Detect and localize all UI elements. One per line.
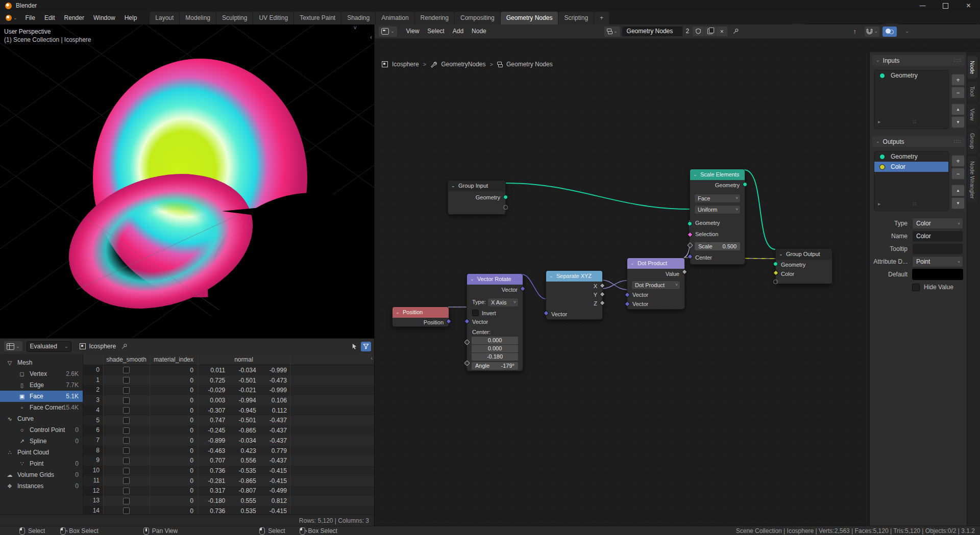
inputs-panel-header[interactable]: ⌄ Inputs ∷∷ [872,55,965,66]
collapse-icon[interactable]: ⌄ [549,271,553,282]
shade-smooth-checkbox[interactable] [123,468,130,474]
node-scale-elements[interactable]: ⌄Scale Elements Geometry Face˅ Uniform˅ … [690,169,745,265]
remove-output-button[interactable]: − [951,168,965,180]
menu-item[interactable]: View [402,24,424,38]
dataset-row[interactable]: ∵ Point 0 [0,458,83,469]
shade-smooth-checkbox[interactable] [123,447,130,454]
viewport-3d[interactable]: User Perspective (1) Scene Collection | … [0,24,374,338]
workspace-tab[interactable]: Texture Paint [294,12,341,24]
workspace-tab[interactable]: + [594,12,609,24]
shade-smooth-checkbox[interactable] [123,477,130,484]
panel-grip-icon[interactable]: ∷∷ [953,58,961,63]
dataset-row[interactable]: ▽ Mesh [0,357,83,368]
dataset-row[interactable]: ▣ Face 5.1K [0,391,83,402]
node-canvas[interactable]: Icosphere > GeometryNodes > Geometry Nod… [375,38,980,526]
menu-item[interactable]: Render [60,11,89,24]
menu-item[interactable]: Edit [40,11,60,24]
rotate-type-select[interactable]: X Axis˅ [487,298,519,307]
dataset-row[interactable]: ▯ Edge 7.7K [0,379,83,391]
workspace-tab[interactable]: Scripting [558,12,594,24]
menu-item[interactable]: Node [468,24,491,38]
socket-geometry-output[interactable] [743,182,747,187]
shade-smooth-checkbox[interactable] [123,397,130,404]
list-grip-icon[interactable]: ∷ [913,119,916,124]
move-input-down-button[interactable]: ▼ [951,116,965,128]
dataset-row[interactable]: ∿ Curve [0,413,83,424]
dataset-row[interactable]: ○ Control Point 0 [0,424,83,436]
angle-field[interactable]: Angle-179° [471,362,519,370]
node-tree-name-field[interactable]: Geometry Nodes [622,27,682,36]
sidebar-tab[interactable]: Group [967,129,977,154]
hide-value-checkbox[interactable] [912,284,920,291]
workspace-tab[interactable]: Rendering [415,12,454,24]
menu-item[interactable]: File [21,11,40,24]
socket-geometry-output[interactable] [503,195,508,199]
list-item[interactable]: Geometry [874,151,948,162]
node-tree-users-count[interactable]: 2 [683,27,693,36]
remove-input-button[interactable]: − [951,87,965,98]
dataset-row[interactable]: ↗ Spline 0 [0,436,83,447]
workspace-tab[interactable]: Geometry Nodes [501,12,558,24]
dataset-row[interactable]: ☁ Volume Grids 0 [0,469,83,480]
shade-smooth-checkbox[interactable] [123,367,130,373]
shade-smooth-checkbox[interactable] [123,377,130,384]
column-header-material-index[interactable]: material_index [150,356,198,363]
blender-app-menu[interactable]: ⌄ [0,11,21,24]
dataset-row[interactable]: ❖ Instances 0 [0,480,83,492]
center-z-field[interactable]: -0.180 [471,352,519,361]
shade-smooth-checkbox[interactable] [123,387,130,394]
shade-smooth-checkbox[interactable] [123,427,130,434]
node-tree-browse-button[interactable]: ⌄ [604,27,620,37]
shade-smooth-checkbox[interactable] [123,507,130,514]
overlays-dropdown-button[interactable]: ⌄ [900,27,914,37]
column-header-shade-smooth[interactable]: shade_smooth [103,356,150,363]
column-header-normal[interactable]: normal [198,356,290,363]
list-item[interactable]: Color [874,162,948,172]
snapping-button[interactable]: ⌄ [865,27,879,37]
socket-geometry-input[interactable] [773,262,778,266]
filter-button[interactable] [361,342,371,351]
viewport-sidebar-collapse-icon[interactable]: ‹ [370,34,372,41]
menu-item[interactable]: Help [120,11,142,24]
socket-geometry-input[interactable] [688,221,692,226]
collapse-icon[interactable]: ⌄ [470,274,474,285]
node-group-input[interactable]: ⌄Group Input Geometry [448,180,506,215]
evaluation-mode-select[interactable]: Evaluated ⌄ [27,341,72,352]
tooltip-field[interactable] [912,243,963,254]
dataset-row[interactable]: ◻ Vertex 2.6K [0,368,83,379]
dataset-row[interactable]: ∴ Point Cloud [0,447,83,458]
list-expand-icon[interactable]: ▸ [878,119,880,124]
list-expand-icon[interactable]: ▸ [878,201,880,207]
node-dot-product[interactable]: ⌄Dot Product Value Dot Product˅ Vector V… [627,258,685,310]
shade-smooth-checkbox[interactable] [123,437,130,444]
attribute-domain-select[interactable]: Point˅ [912,256,963,267]
scale-value-field[interactable]: Scale0.500 [694,242,741,251]
move-output-down-button[interactable]: ▼ [951,197,965,209]
workspace-tab[interactable]: UV Editing [253,12,293,24]
node-position[interactable]: ⌄Position Position [392,307,449,327]
workspace-tab[interactable]: Compositing [455,12,500,24]
shade-smooth-checkbox[interactable] [123,407,130,414]
panel-grip-icon[interactable]: ∷∷ [953,139,961,144]
add-output-button[interactable]: + [951,155,965,167]
dataset-row[interactable]: ▫ Face Corner 15.4K [0,402,83,413]
workspace-tab[interactable]: Sculpting [216,12,253,24]
overlays-toggle-button[interactable] [883,27,897,37]
collapse-icon[interactable]: ⌄ [779,249,783,260]
center-x-field[interactable]: 0.000 [471,336,519,345]
shade-smooth-checkbox[interactable] [123,457,130,464]
sidebar-tab[interactable]: Tool [967,82,977,101]
list-grip-icon[interactable]: ∷ [913,201,916,207]
pin-icon[interactable] [121,343,128,350]
name-field[interactable]: Color [912,231,963,242]
type-select[interactable]: Color˅ [912,218,963,229]
editor-type-button[interactable]: ⌄ [379,27,397,37]
invert-checkbox[interactable] [472,310,479,316]
editor-type-button[interactable]: ⌄ [4,341,22,351]
shade-smooth-checkbox[interactable] [123,498,130,504]
socket-virtual[interactable] [773,279,778,284]
domain-select[interactable]: Face˅ [694,194,741,203]
new-node-tree-button[interactable] [704,27,716,36]
collapse-icon[interactable]: ⌄ [396,307,400,318]
add-input-button[interactable]: + [951,74,965,86]
